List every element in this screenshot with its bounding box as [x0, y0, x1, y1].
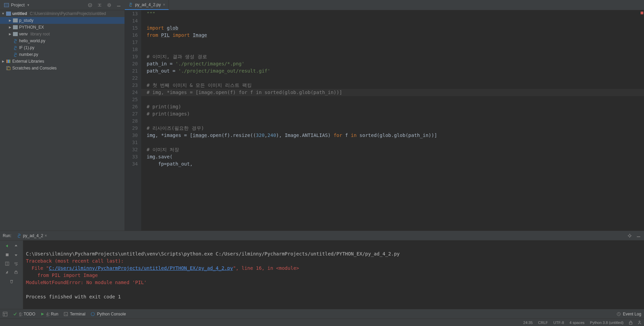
code-line[interactable]: # img, *images = [image.open(f) for f in… — [147, 89, 644, 96]
line-number[interactable]: 15 — [125, 25, 138, 32]
error-marker-icon[interactable] — [641, 12, 643, 14]
code-line[interactable]: # 이미지 저장 — [147, 146, 644, 153]
gear-icon[interactable] — [106, 2, 112, 8]
wrap-icon[interactable] — [13, 261, 19, 266]
code-line[interactable]: # print(img) — [147, 103, 644, 110]
tree-root[interactable]: ▼ untitled C:\Users\ilminny\PycharmProje… — [0, 10, 125, 17]
tree-item[interactable]: hello_world.py — [0, 37, 125, 44]
line-number[interactable]: 26 — [125, 103, 138, 110]
scratches-consoles[interactable]: Scratches and Consoles — [0, 65, 125, 72]
terminal-button[interactable]: Terminal — [64, 312, 85, 316]
code-line[interactable]: path_in = './project/images/*.png' — [147, 60, 644, 67]
code-line[interactable] — [147, 139, 644, 146]
status-eol[interactable]: CRLF — [538, 321, 548, 325]
status-position[interactable]: 24:35 — [523, 321, 533, 325]
trash-icon[interactable] — [9, 279, 14, 284]
person-icon[interactable] — [638, 321, 641, 325]
code-line[interactable]: import glob — [147, 25, 644, 32]
external-libraries[interactable]: ▶ External Libraries — [0, 58, 125, 65]
code-line[interactable]: # print(images) — [147, 110, 644, 118]
line-number[interactable]: 33 — [125, 153, 138, 160]
run-button[interactable]: 4: Run — [41, 312, 58, 316]
code-line[interactable]: # 리사이즈(필요한 경우) — [147, 125, 644, 132]
line-number[interactable]: 32 — [125, 146, 138, 153]
target-icon[interactable] — [87, 2, 93, 8]
code-line[interactable]: img.save( — [147, 153, 644, 160]
console-output[interactable]: C:\Users\ilminny\PycharmProjects\untitle… — [23, 240, 644, 309]
project-tree[interactable]: ▼ untitled C:\Users\ilminny\PycharmProje… — [0, 10, 125, 231]
code-line[interactable] — [147, 39, 644, 46]
line-number[interactable]: 31 — [125, 139, 138, 146]
lock-icon[interactable] — [629, 321, 632, 325]
chevron-right-icon[interactable]: ▶ — [8, 32, 12, 36]
close-icon[interactable]: × — [163, 2, 165, 7]
line-number[interactable]: 30 — [125, 132, 138, 139]
line-number[interactable]: 29 — [125, 125, 138, 132]
line-number[interactable]: 19 — [125, 53, 138, 60]
minimize-icon[interactable] — [636, 233, 641, 238]
output-file-link[interactable]: C:/Users/ilminny/PycharmProjects/untitle… — [49, 265, 233, 271]
tree-item[interactable]: IF (1).py — [0, 44, 125, 51]
code-line[interactable] — [147, 96, 644, 103]
code-line[interactable]: """ — [147, 10, 644, 17]
tree-item[interactable]: ▶PYTHON_EX — [0, 24, 125, 31]
code-line[interactable]: img, *images = [image.open(f).resize((32… — [147, 132, 644, 139]
code-content[interactable]: """import globfrom PIL import Image# 이미지… — [141, 10, 644, 231]
pin-icon[interactable] — [4, 270, 10, 275]
status-interpreter[interactable]: Python 3.8 (untitled) — [590, 321, 624, 325]
print-icon[interactable] — [13, 270, 19, 275]
line-number[interactable]: 17 — [125, 39, 138, 46]
chevron-right-icon[interactable]: ▶ — [8, 19, 12, 22]
rerun-icon[interactable] — [4, 243, 10, 249]
code-line[interactable] — [147, 75, 644, 82]
code-line[interactable]: # 이미지, 결과 생성 경로 — [147, 53, 644, 60]
python-console-button[interactable]: Python Console — [91, 312, 126, 316]
project-dropdown[interactable]: Project ▼ — [1, 2, 32, 7]
down-icon[interactable] — [13, 252, 19, 258]
line-number[interactable]: 14 — [125, 17, 138, 25]
tree-hint: library root — [30, 32, 50, 36]
run-config-tab[interactable]: py_ad_4_2 × — [14, 232, 49, 239]
tool-windows-icon[interactable] — [3, 312, 8, 316]
line-gutter[interactable]: 1314151617181920212223242526272829303132… — [125, 10, 141, 231]
error-stripe[interactable] — [639, 10, 644, 231]
up-icon[interactable] — [13, 243, 19, 249]
line-number[interactable]: 23 — [125, 82, 138, 89]
code-line[interactable]: fp=path_out, — [147, 160, 644, 168]
line-number[interactable]: 21 — [125, 67, 138, 75]
line-number[interactable]: 20 — [125, 60, 138, 67]
tree-item[interactable]: ▶p_study — [0, 17, 125, 24]
layout-icon[interactable] — [4, 261, 10, 266]
stop-icon[interactable] — [4, 252, 10, 258]
code-line[interactable]: path_out = './project/image_out/result.g… — [147, 67, 644, 75]
code-line[interactable] — [147, 46, 644, 53]
gear-icon[interactable] — [627, 233, 632, 238]
event-log-button[interactable]: Event Log — [617, 312, 641, 316]
tree-item[interactable]: ▶venvlibrary root — [0, 31, 125, 37]
line-number[interactable]: 24 — [125, 89, 138, 96]
code-line[interactable]: from PIL import Image — [147, 32, 644, 39]
code-line[interactable] — [147, 118, 644, 125]
line-number[interactable]: 18 — [125, 46, 138, 53]
close-icon[interactable]: × — [45, 233, 47, 238]
line-number[interactable]: 34 — [125, 160, 138, 168]
editor-tab[interactable]: py_ad_4_2.py × — [125, 0, 169, 10]
todo-button[interactable]: 6: TODO — [13, 312, 35, 316]
chevron-down-icon[interactable]: ▼ — [1, 12, 5, 15]
line-number[interactable]: 22 — [125, 75, 138, 82]
code-line[interactable] — [147, 17, 644, 25]
chevron-right-icon[interactable]: ▶ — [1, 60, 5, 63]
status-encoding[interactable]: UTF-8 — [553, 321, 564, 325]
minimize-icon[interactable] — [116, 2, 121, 8]
code-line[interactable]: # 첫 번째 이미지 & 모든 이미지 리스트 팩킹 — [147, 82, 644, 89]
line-number[interactable]: 13 — [125, 10, 138, 17]
line-number[interactable]: 28 — [125, 118, 138, 125]
line-number[interactable]: 16 — [125, 32, 138, 39]
status-indent[interactable]: 4 spaces — [570, 321, 585, 325]
code-editor[interactable]: 1314151617181920212223242526272829303132… — [125, 10, 644, 231]
tree-item[interactable]: number.py — [0, 51, 125, 58]
line-number[interactable]: 27 — [125, 110, 138, 118]
line-number[interactable]: 25 — [125, 96, 138, 103]
collapse-icon[interactable] — [97, 2, 102, 8]
chevron-right-icon[interactable]: ▶ — [8, 26, 12, 29]
